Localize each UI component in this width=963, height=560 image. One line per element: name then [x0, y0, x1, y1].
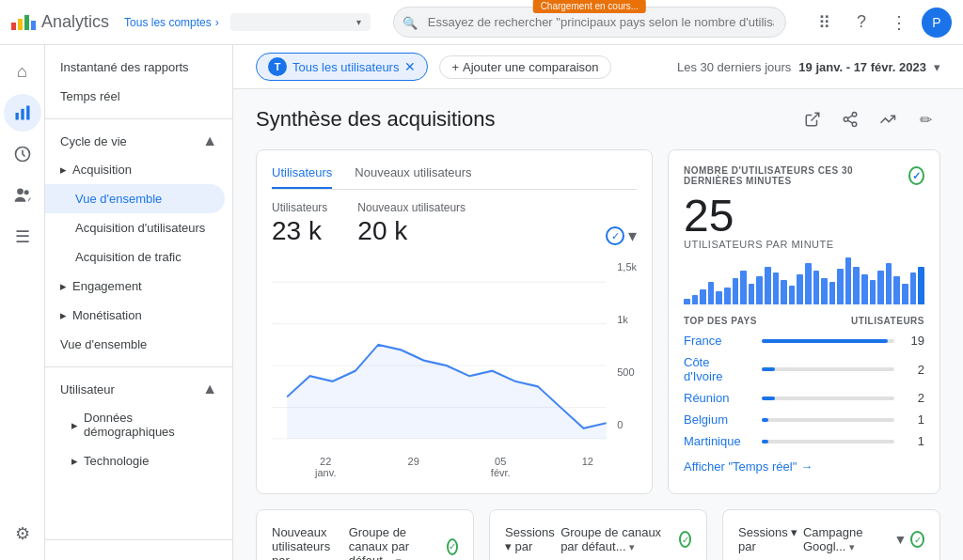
main-chart-card: Utilisateurs Nouveaux utilisateurs Utili…	[256, 149, 653, 494]
date-range[interactable]: Les 30 derniers jours 19 janv. - 17 févr…	[677, 60, 940, 74]
rail-home-icon[interactable]: ⌂	[4, 53, 41, 90]
realtime-subtitle: UTILISATEURS PAR MINUTE	[684, 239, 924, 250]
filter-icon[interactable]: ▼	[894, 532, 908, 547]
bottom-card-1: Sessions ▾ par Groupe de canaux par défa…	[489, 509, 707, 560]
sidebar-item-label: Temps réel	[60, 89, 120, 103]
share-button[interactable]	[835, 104, 865, 134]
card-check-icon[interactable]	[447, 538, 458, 555]
bottom-card-0: Nouveaux utilisateurs par Groupe de cana…	[256, 509, 474, 560]
logo-bar-2	[18, 19, 23, 30]
rail-realtime-icon[interactable]	[4, 135, 41, 173]
card-subtitle[interactable]: Groupe de canaux par défaut... ▾	[560, 525, 675, 553]
rail-menu-icon[interactable]: ☰	[4, 218, 41, 256]
card-check-icon[interactable]	[679, 531, 691, 548]
mini-bar	[821, 278, 828, 304]
mini-bar	[902, 284, 908, 304]
card-title: Nouveaux utilisateurs par Groupe de cana…	[272, 525, 458, 560]
chevron-up-icon-2: ▲	[202, 381, 217, 397]
sidebar-item-vue-ensemble[interactable]: Vue d'ensemble	[45, 184, 225, 213]
rail-settings-icon[interactable]: ⚙	[4, 515, 41, 552]
rail-chart-icon[interactable]	[4, 94, 41, 132]
acquisition-group[interactable]: ▸ Acquisition	[45, 155, 232, 184]
user-section[interactable]: Utilisateur ▲	[45, 375, 232, 403]
svg-rect-1	[21, 109, 24, 120]
engagement-group[interactable]: ▸ Engagement	[45, 272, 232, 301]
more-icon[interactable]: ⋮	[884, 8, 914, 38]
avatar[interactable]: P	[922, 8, 952, 38]
divider-2	[45, 366, 232, 367]
metric-utilisateurs: Utilisateurs 23 k	[272, 201, 327, 246]
realtime-check-icon[interactable]	[908, 166, 924, 185]
country-name[interactable]: Réunion	[684, 391, 750, 405]
country-name[interactable]: France	[684, 334, 750, 348]
realtime-number: 25	[684, 194, 924, 239]
sidebar-item-vue-ensemble-2[interactable]: Vue d'ensemble	[45, 330, 225, 359]
chevron-down-icon[interactable]: ▾	[628, 226, 637, 246]
realtime-title-text: NOMBRE D'UTILISATEURS CES 30 DERNIÈRES M…	[684, 165, 908, 186]
sidebar-item-instantane[interactable]: Instantané des rapports	[45, 53, 225, 82]
sidebar-item-label: Vue d'ensemble	[60, 337, 147, 351]
bottom-card-2: Sessions ▾ par Campagne Googl... ▾ ▼ CAM…	[722, 509, 940, 560]
country-row: Côte d'Ivoire 2	[684, 355, 924, 383]
svg-point-5	[24, 190, 28, 194]
help-icon[interactable]: ?	[846, 8, 876, 38]
add-comparison-button[interactable]: + Ajouter une comparaison	[439, 55, 610, 79]
trend-button[interactable]	[873, 104, 903, 134]
realtime-link[interactable]: Afficher "Temps réel" →	[684, 459, 924, 474]
tab-nouveaux-utilisateurs[interactable]: Nouveaux utilisateurs	[355, 165, 471, 189]
logo-bar-4	[31, 21, 36, 30]
all-users-chip[interactable]: T Tous les utilisateurs ✕	[256, 53, 428, 81]
chip-close-icon[interactable]: ✕	[404, 59, 416, 74]
sidebar-item-acquisition-trafic[interactable]: Acquisition de trafic	[45, 242, 225, 272]
mini-bar	[813, 271, 820, 304]
card-check-icon[interactable]	[910, 531, 924, 548]
realtime-card: NOMBRE D'UTILISATEURS CES 30 DERNIÈRES M…	[668, 149, 940, 494]
monetisation-group[interactable]: ▸ Monétisation	[45, 301, 232, 330]
card-title: Sessions ▾ par Campagne Googl... ▾ ▼	[738, 525, 924, 553]
property-selector[interactable]: ▾	[230, 13, 371, 31]
apps-icon[interactable]: ⠿	[809, 8, 839, 38]
country-bar-wrap	[762, 367, 894, 371]
metric-label-1: Utilisateurs	[272, 201, 327, 214]
users-col-label: UTILISATEURS	[851, 316, 924, 326]
sidebar-item-temps-reel[interactable]: Temps réel	[45, 82, 225, 111]
add-icon: +	[451, 60, 459, 74]
add-comparison-label: Ajouter une comparaison	[463, 60, 599, 74]
sidebar-item-acquisition-utilisateurs[interactable]: Acquisition d'utilisateurs	[45, 213, 225, 242]
country-bar-wrap	[762, 397, 894, 400]
chevron-right-icon: ▸	[71, 418, 78, 432]
chart-metrics: Utilisateurs 23 k Nouveaux utilisateurs …	[272, 201, 637, 246]
mini-bar	[749, 284, 755, 304]
edit-button[interactable]: ✏	[910, 104, 940, 134]
mini-bar	[886, 263, 892, 304]
content-area: T Tous les utilisateurs ✕ + Ajouter une …	[233, 45, 963, 560]
country-name[interactable]: Côte d'Ivoire	[684, 355, 750, 383]
export-button[interactable]	[797, 104, 828, 134]
country-name[interactable]: Belgium	[684, 412, 750, 427]
sidebar-item-library[interactable]: 🗂 Bibliothèque	[45, 548, 232, 560]
lifecycle-section[interactable]: Cycle de vie ▲	[45, 127, 232, 155]
card-subtitle[interactable]: Groupe de canaux par défaut... ▾	[349, 525, 443, 560]
account-arrow: ›	[215, 16, 219, 29]
mini-bar	[716, 291, 722, 304]
card-subtitle[interactable]: Campagne Googl... ▾	[803, 525, 891, 553]
mini-bar	[733, 278, 739, 304]
metric-controls: ▾	[606, 226, 637, 246]
mini-bar	[893, 276, 900, 304]
technologie-group[interactable]: ▸ Technologie	[45, 446, 232, 475]
mini-bar	[773, 272, 780, 304]
realtime-title: NOMBRE D'UTILISATEURS CES 30 DERNIÈRES M…	[684, 165, 924, 186]
account-selector[interactable]: Tous les comptes ›	[124, 16, 219, 29]
x-line1: 29	[408, 456, 419, 467]
main-layout: ⌂ ☰ ⚙ Instantané des rapports Temps réel…	[0, 45, 963, 560]
country-row: France 19	[684, 334, 924, 348]
demographics-group[interactable]: ▸ Données démographiques	[45, 403, 232, 446]
tab-utilisateurs[interactable]: Utilisateurs	[272, 165, 332, 189]
technologie-label: Technologie	[84, 454, 149, 468]
loading-badge: Chargement en cours...	[533, 0, 647, 13]
rail-audience-icon[interactable]	[4, 177, 41, 214]
check-circle-icon[interactable]	[606, 226, 624, 245]
country-name[interactable]: Martinique	[684, 434, 750, 448]
metric-value-2: 20 k	[357, 216, 466, 246]
country-row: Belgium 1	[684, 412, 924, 427]
